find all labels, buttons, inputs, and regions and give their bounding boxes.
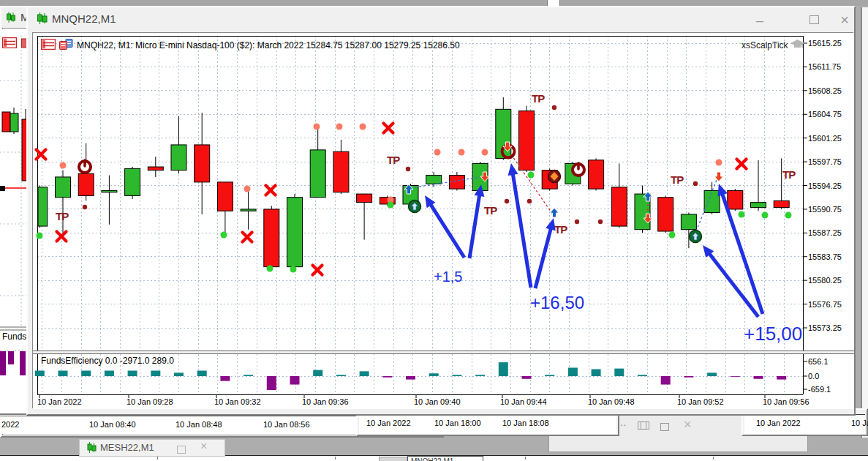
svg-text:10 Jan 09:40: 10 Jan 09:40 xyxy=(414,397,461,406)
tp-label: TP xyxy=(671,173,684,186)
axis-tick xyxy=(157,457,158,460)
entry-circle-icon xyxy=(690,230,702,243)
tp-label: TP xyxy=(56,210,69,222)
candlestick-chart-icon xyxy=(87,442,97,456)
svg-text:10 Jan 09:56: 10 Jan 09:56 xyxy=(763,397,809,406)
me-time-axis: 2022 10 Jan 08:40 10 Jan 08:48 10 Jan 08… xyxy=(0,416,358,434)
main-chart-svg[interactable]: FundsEfficiency 0.0 -2971.0 289.0TPTPTPT… xyxy=(33,33,854,409)
indicator-name-label: xsScalpTick xyxy=(741,39,804,52)
me-toolbar xyxy=(2,37,27,51)
close-button[interactable]: × xyxy=(837,15,853,28)
power-icon xyxy=(573,163,584,176)
svg-text:15594.25: 15594.25 xyxy=(808,181,842,190)
indicator-label: FundsEfficiency 0.0 -2971.0 289.0 xyxy=(41,356,174,366)
svg-text:10 Jan 2022: 10 Jan 2022 xyxy=(37,397,82,406)
right-edge-window-sliver xyxy=(861,7,868,438)
svg-text:10 Jan 09:28: 10 Jan 09:28 xyxy=(127,397,173,406)
axis-tick xyxy=(713,457,714,460)
time-label: 10 Jan 2022 xyxy=(756,419,801,427)
tp-label: TP xyxy=(782,168,796,181)
top-strip xyxy=(0,0,868,6)
svg-text:10 Jan 09:36: 10 Jan 09:36 xyxy=(302,397,349,406)
svg-text:10 Jan 09:44: 10 Jan 09:44 xyxy=(500,397,547,406)
minimize-button[interactable]: – xyxy=(752,15,768,28)
time-label: 10 Jan 18:00 xyxy=(434,419,481,427)
maximize-button[interactable] xyxy=(806,15,822,28)
main-chart-client[interactable]: MNQH22, M1: Micro E-mini Nasdaq-100 ($2)… xyxy=(32,32,853,408)
desktop: { "window_me": {"title": "ME"}, "window_… xyxy=(0,0,868,461)
time-label: 10 Jan 08:56 xyxy=(263,420,310,429)
mesh-window-title: MESH22,M1 xyxy=(100,442,154,453)
top-strip-notch xyxy=(547,0,560,6)
time-label: 2022 xyxy=(1,420,19,429)
time-label: 10 Jan 08:48 xyxy=(176,420,222,429)
chart-header-text: MNQH22, M1: Micro E-mini Nasdaq-100 ($2)… xyxy=(77,40,460,50)
profit-annotation: +15,00 xyxy=(744,323,802,345)
axis-tick xyxy=(335,457,336,460)
power-icon xyxy=(79,160,91,173)
svg-text:15580.25: 15580.25 xyxy=(808,276,842,285)
svg-text:15604.75: 15604.75 xyxy=(808,110,842,119)
tp-label: TP xyxy=(484,204,497,217)
svg-text:15608.25: 15608.25 xyxy=(808,86,842,95)
time-label: 10 Jan 2022 xyxy=(366,419,411,427)
candlestick-chart-icon xyxy=(6,12,16,23)
bg-time-axis-mid: 10 Jan 2022 10 Jan 18:00 10 Jan 18:08 xyxy=(359,414,616,434)
main-window-title: MNQH22,M1 xyxy=(52,12,116,25)
svg-text:15590.75: 15590.75 xyxy=(808,205,842,214)
tp-label: TP xyxy=(387,154,400,166)
graduation-cap-icon xyxy=(790,39,804,52)
svg-text:10 Jan 09:52: 10 Jan 09:52 xyxy=(677,397,724,406)
svg-text:15576.75: 15576.75 xyxy=(808,300,842,309)
window-mesh-bar[interactable]: MESH22,M1 × xyxy=(79,439,225,457)
svg-text:15601.25: 15601.25 xyxy=(808,134,842,143)
close-button[interactable]: × xyxy=(684,417,692,432)
svg-text:15611.75: 15611.75 xyxy=(808,62,841,71)
svg-text:10 Jan 09:48: 10 Jan 09:48 xyxy=(588,397,635,406)
svg-text:15573.25: 15573.25 xyxy=(808,323,842,332)
diamond-circle-icon xyxy=(548,170,561,183)
table-icon[interactable] xyxy=(41,39,56,52)
svg-text:10 Jan 09:32: 10 Jan 09:32 xyxy=(214,397,261,406)
svg-text:15583.75: 15583.75 xyxy=(808,252,842,261)
axis-tick xyxy=(525,457,526,460)
restore-button[interactable] xyxy=(635,419,649,432)
tp-label: TP xyxy=(554,223,567,236)
svg-text:15597.75: 15597.75 xyxy=(808,157,842,166)
time-label: 10 Jan 18:08 xyxy=(502,419,549,427)
tab-label: MNQH22,M1 xyxy=(411,457,453,461)
window-main[interactable]: MNQH22,M1 – × MNQH22, M1: Micro E-mini N… xyxy=(26,6,856,416)
svg-text:15587.25: 15587.25 xyxy=(808,228,842,237)
main-titlebar[interactable]: MNQH22,M1 xyxy=(28,7,854,29)
active-tab[interactable]: MNQH22,M1 xyxy=(407,456,483,461)
charts-pair-icon[interactable] xyxy=(59,39,73,52)
profit-annotation: +1,5 xyxy=(434,269,462,285)
svg-text:0.0: 0.0 xyxy=(808,372,819,381)
close-button[interactable]: × xyxy=(200,440,207,453)
candlestick-chart-icon xyxy=(37,12,48,24)
svg-text:-659.1: -659.1 xyxy=(808,385,831,394)
svg-text:15615.25: 15615.25 xyxy=(808,39,842,48)
time-label: 10 Ja xyxy=(851,419,868,427)
tp-label: TP xyxy=(532,92,545,105)
svg-text:656.1: 656.1 xyxy=(808,357,829,366)
time-label: 10 Jan 08:40 xyxy=(89,420,136,429)
profit-annotation: +16,50 xyxy=(530,293,584,312)
bg-time-axis-right: 10 Jan 2022 10 Ja xyxy=(744,414,865,434)
maximize-button[interactable] xyxy=(177,443,186,457)
table-icon[interactable] xyxy=(2,37,17,51)
chart-header-row: MNQH22, M1: Micro E-mini Nasdaq-100 ($2)… xyxy=(41,39,460,52)
maximize-button[interactable] xyxy=(660,421,669,433)
xsscalptick-label: xsScalpTick xyxy=(741,40,788,50)
entry-circle-icon xyxy=(409,200,421,213)
inactive-tab[interactable] xyxy=(379,457,407,461)
